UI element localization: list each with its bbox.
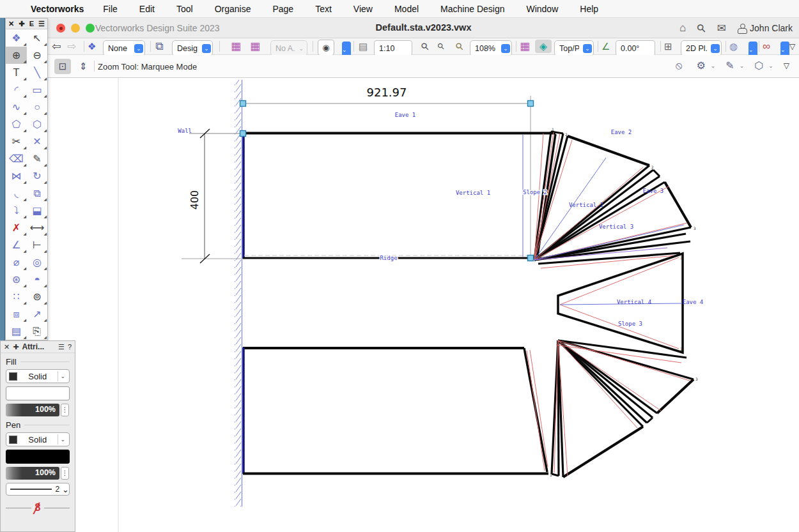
pen-color-bar[interactable] xyxy=(6,450,70,464)
selection-handle[interactable] xyxy=(528,101,534,107)
add-icon[interactable]: ✚ xyxy=(13,343,19,351)
eraser-tool[interactable]: ⌫◢ xyxy=(6,150,27,167)
menu-item-text[interactable]: Text xyxy=(315,4,332,14)
user-icon[interactable] xyxy=(738,24,746,33)
bottom-panel[interactable] xyxy=(243,347,548,474)
marker-style-row[interactable]: 8╱ xyxy=(6,502,70,513)
menu-item-machine-design[interactable]: Machine Design xyxy=(440,4,504,14)
layer-options-icon[interactable]: ▦ xyxy=(520,38,530,54)
height-dimension[interactable]: 400 xyxy=(182,129,241,263)
fill-style-dropdown[interactable]: Solid ⌄ xyxy=(6,369,70,383)
circle-tool[interactable]: ○◢ xyxy=(27,98,47,116)
bottom-fan-panels[interactable] xyxy=(552,340,694,477)
viewport-icon[interactable]: ▦ xyxy=(250,38,260,54)
width-dimension[interactable]: 921.97 xyxy=(244,86,531,257)
home-icon[interactable]: ⌂ xyxy=(679,22,686,34)
fillet-tool[interactable]: ◟◢ xyxy=(6,185,27,202)
menu-item-help[interactable]: Help xyxy=(580,4,598,14)
pen-opacity-menu[interactable]: ⋮ xyxy=(61,467,69,480)
menu-item-view[interactable]: View xyxy=(353,4,373,14)
move-by-points-tool[interactable]: ⤵◢ xyxy=(6,202,27,219)
render-style-icon[interactable]: ✎ xyxy=(725,59,734,72)
polygon-tool[interactable]: ⬠◢ xyxy=(6,116,27,133)
pen-style-dropdown[interactable]: Solid ⌄ xyxy=(6,432,70,446)
menu-item-organise[interactable]: Organise xyxy=(215,4,251,14)
arc-tool[interactable]: ◜◢ xyxy=(6,81,27,98)
menu-item-vectorworks[interactable]: Vectorworks xyxy=(31,4,84,14)
text-tool[interactable]: T◢ xyxy=(6,64,27,81)
interactive-mode-button[interactable]: ⇕ xyxy=(75,59,91,74)
plan-3d-button[interactable]: ◈ xyxy=(535,40,552,53)
modebar-collapse-icon[interactable]: ▽ xyxy=(784,61,789,70)
docked-palette-edge[interactable] xyxy=(0,18,5,340)
drawing-canvas[interactable]: 921.97 400 xyxy=(48,78,799,532)
protractor-tool[interactable]: ◓◢ xyxy=(27,271,47,288)
plane-dropdown[interactable]: 2D Pl... ⌄ xyxy=(681,40,722,56)
scale-input[interactable]: 1:10 xyxy=(374,40,412,56)
delete-vertex-tool[interactable]: ✕◢ xyxy=(27,133,47,150)
sheet-icon[interactable]: ⊞ xyxy=(664,38,672,54)
render-mode-icon[interactable]: ◍ xyxy=(729,38,738,54)
marquee-mode-button[interactable]: ⊡ xyxy=(54,59,71,74)
fill-opacity-menu[interactable]: ⋮ xyxy=(61,404,69,416)
vertical1-panel[interactable] xyxy=(243,132,555,259)
line-weight-dropdown[interactable]: 2 ⌄ xyxy=(6,483,70,496)
selection-tool[interactable]: ↖◢ xyxy=(27,29,47,47)
zoom-dropdown[interactable]: 108% ⌄ xyxy=(470,40,512,56)
selection-handle[interactable] xyxy=(528,255,534,261)
saved-views-icon[interactable]: ❖ xyxy=(88,38,96,54)
toolbar-collapse-icon[interactable]: ▽ xyxy=(789,38,795,54)
target-tool[interactable]: ⊚◢ xyxy=(27,288,47,305)
back-button[interactable]: ⇦ xyxy=(52,38,61,54)
mail-icon[interactable]: ✉ xyxy=(717,22,726,35)
rectangle-tool[interactable]: ▭◢ xyxy=(27,81,47,98)
fill-color-bar[interactable] xyxy=(6,386,70,400)
add-icon[interactable]: ✚ xyxy=(19,20,24,28)
center-mark-tool[interactable]: ◎◢ xyxy=(27,254,47,271)
rotate-tool[interactable]: ↻◢ xyxy=(27,167,47,185)
zoom-out-tool[interactable]: ⊖◢ xyxy=(27,47,47,64)
zoom-in-tool[interactable]: ⊕◢ xyxy=(6,47,27,64)
knife-tool[interactable]: ✂◢ xyxy=(6,133,27,150)
eyedropper-tool[interactable]: ✎◢ xyxy=(27,150,47,167)
reshape-tool[interactable]: ⬡◢ xyxy=(27,116,47,133)
freehand-tool[interactable]: ∿◢ xyxy=(6,98,27,116)
offset-tool[interactable]: ⧉◢ xyxy=(27,185,47,202)
search-icon[interactable]: ⚲ xyxy=(694,20,710,36)
menu-item-file[interactable]: File xyxy=(103,4,118,14)
view-dropdown[interactable]: Top/P... ⌄ xyxy=(554,40,594,56)
fit-objects-icon[interactable]: ⚲ xyxy=(433,38,449,54)
chevron-down-icon[interactable]: ⌄ xyxy=(711,63,716,69)
viewport-crop-icon[interactable]: ▦ xyxy=(231,38,241,54)
visibility-button[interactable]: ◉ xyxy=(318,40,334,56)
layers-icon[interactable]: ⧉ xyxy=(155,38,163,54)
chevron-down-icon[interactable]: ⌄ xyxy=(768,63,773,69)
flyover-tool[interactable]: ❖◢ xyxy=(6,29,27,47)
menu-item-model[interactable]: Model xyxy=(394,4,419,14)
scale-icon[interactable]: ▤ xyxy=(359,38,368,54)
pen-opacity-slider[interactable]: 100% xyxy=(6,467,59,480)
diameter-dimension-tool[interactable]: ⌀◢ xyxy=(6,254,27,271)
selection-handle[interactable] xyxy=(240,101,246,107)
selection-handle[interactable] xyxy=(240,131,246,137)
clip-tool[interactable]: ⧈◢ xyxy=(6,305,27,323)
menu-icon[interactable]: ☰ xyxy=(38,20,45,28)
class-dropdown[interactable]: None ⌄ xyxy=(103,40,145,56)
top-fan-panels[interactable] xyxy=(534,132,691,264)
menu-icon[interactable]: ☰ xyxy=(58,343,65,351)
linear-dimension-tool[interactable]: ⊢◢ xyxy=(27,236,47,254)
angle-dimension-tool[interactable]: ∠◢ xyxy=(6,236,27,254)
mirror-tool[interactable]: ⋈◢ xyxy=(6,167,27,185)
delete-tool[interactable]: ✗◢ xyxy=(6,219,27,236)
help-icon[interactable]: ? xyxy=(68,343,72,351)
selection-handles[interactable] xyxy=(240,101,534,261)
stereo-glasses-icon[interactable]: ∞ xyxy=(763,38,770,54)
menu-item-edit[interactable]: Edit xyxy=(139,4,155,14)
menu-item-tool[interactable]: Tool xyxy=(176,4,193,14)
close-icon[interactable]: ✕ xyxy=(8,20,14,28)
chevron-down-icon[interactable]: ⌄ xyxy=(740,63,745,69)
gear-icon[interactable]: ⚙ xyxy=(696,59,705,72)
line-tool[interactable]: ╲◢ xyxy=(27,64,47,81)
fit-page-icon[interactable]: ⚲ xyxy=(417,38,433,54)
angle-input[interactable]: 0.00° xyxy=(616,40,655,56)
